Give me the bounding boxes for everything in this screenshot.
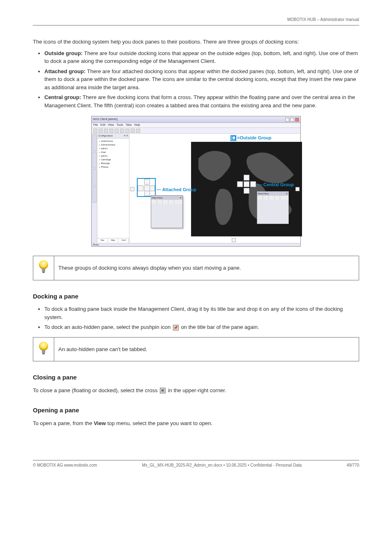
tree-pane[interactable]: Configuration▾ ✕ UserGroup Administrator… <box>97 134 129 243</box>
section-heading-open: Opening a pane <box>33 406 359 415</box>
svg-rect-6 <box>42 353 45 354</box>
annotation-central: — Central Group <box>258 181 294 188</box>
tip-box: An auto-hidden pane can't be tabbed. <box>33 337 359 362</box>
annotation-outside: =Outside Group <box>231 134 271 141</box>
intro-paragraph: The icons of the docking system help you… <box>33 38 359 46</box>
dock-outside-bottom[interactable] <box>232 238 236 242</box>
toolbar[interactable] <box>92 128 300 134</box>
page-header: MOBOTIX HUB – Administrator manual <box>33 16 359 23</box>
svg-rect-3 <box>42 272 45 273</box>
tip-text: These groups of docking icons always dis… <box>54 256 359 280</box>
lightbulb-icon <box>33 337 54 361</box>
list-item: To dock an auto-hidden pane, select the … <box>44 323 359 331</box>
floating-pane[interactable]: MainView✕ <box>257 191 289 224</box>
floating-pane[interactable]: MainView✕ <box>151 195 183 228</box>
tip-box: These groups of docking icons always dis… <box>33 256 359 280</box>
svg-point-1 <box>39 260 48 269</box>
window-titlebar: NGS Client [admin] <box>92 116 300 123</box>
svg-point-4 <box>39 342 48 351</box>
dock-steps: To dock a floating pane back inside the … <box>44 305 359 331</box>
annotation-attached: — Attached Group <box>157 186 196 193</box>
section-heading-close: Closing a pane <box>33 373 359 382</box>
statusbar: Ready <box>92 243 300 246</box>
icon-groups-list: Outside group: There are four outside do… <box>44 49 359 110</box>
list-item: Outside group: There are four outside do… <box>44 49 359 65</box>
window-title: NGS Client [admin] <box>93 117 118 122</box>
svg-rect-5 <box>42 350 45 353</box>
dock-attached-group[interactable] <box>137 178 156 197</box>
pushpin-icon <box>173 325 179 331</box>
dock-outside-right[interactable] <box>295 187 300 191</box>
main-area: MainView✕ MainView✕ =Outside Group — Att… <box>129 134 300 243</box>
dock-outside-left[interactable] <box>130 187 134 191</box>
divider <box>33 25 359 25</box>
section-heading-dock: Docking a pane <box>33 292 359 301</box>
open-paragraph: To open a pane, from the View top menu, … <box>33 419 359 428</box>
close-icon <box>160 388 166 393</box>
svg-rect-2 <box>42 268 45 272</box>
page-footer: © MOBOTIX AG www.mobotix.com Mx_GL_MX-HU… <box>33 460 359 468</box>
minimize-button[interactable] <box>285 118 289 122</box>
close-paragraph: To close a pane (floating or docked), se… <box>33 386 359 395</box>
left-tab-strip[interactable] <box>92 134 97 243</box>
list-item: Attached group: There are four attached … <box>44 67 359 92</box>
dock-central-group[interactable] <box>237 175 256 194</box>
lightbulb-icon <box>33 256 54 280</box>
app-window: NGS Client [admin] FileEditViewToolsTabs… <box>91 116 301 247</box>
close-button[interactable] <box>295 118 299 122</box>
screenshot-figure: NGS Client [admin] FileEditViewToolsTabs… <box>33 116 359 247</box>
menubar[interactable]: FileEditViewToolsTabsHelp <box>92 123 300 128</box>
maximize-button[interactable] <box>290 118 294 122</box>
tip-text: An auto-hidden pane can't be tabbed. <box>54 337 359 361</box>
list-item: Central group: There are five docking ic… <box>44 93 359 109</box>
list-item: To dock a floating pane back inside the … <box>44 305 359 321</box>
tree-tabs[interactable]: NavMapConf <box>97 238 129 243</box>
